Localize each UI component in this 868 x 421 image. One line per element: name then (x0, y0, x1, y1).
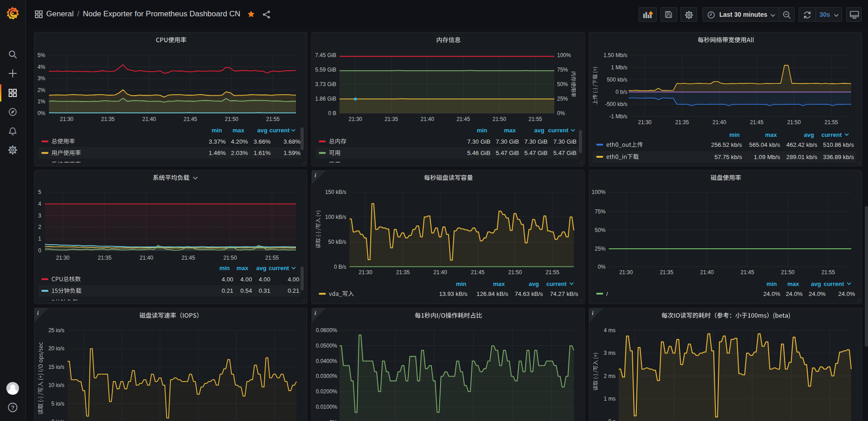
svg-text:max: max (787, 281, 800, 287)
svg-text:current: current (824, 281, 844, 287)
svg-text:21:30: 21:30 (349, 116, 362, 122)
svg-text:21:35: 21:35 (98, 255, 112, 261)
svg-text:2%: 2% (38, 87, 46, 93)
svg-text:0%: 0% (598, 264, 606, 270)
svg-text:0.0600%: 0.0600% (316, 327, 338, 334)
svg-text:21:55: 21:55 (266, 116, 280, 122)
svg-text:21:40: 21:40 (700, 269, 714, 276)
svg-text:256.52 kb/s: 256.52 kb/s (711, 141, 742, 148)
svg-text:5.47 GiB: 5.47 GiB (553, 150, 577, 156)
svg-text:21:45: 21:45 (471, 269, 485, 276)
svg-text:avg: avg (529, 281, 539, 287)
svg-text:21:35: 21:35 (659, 269, 673, 276)
svg-text:4 ms: 4 ms (604, 327, 616, 334)
svg-text:3.37%: 3.37% (209, 138, 226, 145)
svg-text:4.20%: 4.20% (231, 138, 248, 145)
svg-text:0%: 0% (330, 419, 338, 421)
svg-text:25 io/s: 25 io/s (48, 327, 64, 334)
svg-text:2.03%: 2.03% (231, 150, 248, 156)
svg-text:21:40: 21:40 (421, 116, 434, 122)
svg-text:1.50 Mb/s: 1.50 Mb/s (603, 52, 627, 58)
svg-text:21:30: 21:30 (60, 116, 73, 122)
svg-text:126.84 kB/s: 126.84 kB/s (476, 290, 508, 297)
svg-text:4.00: 4.00 (240, 276, 252, 283)
svg-text:max: max (765, 131, 777, 138)
svg-text:1%: 1% (38, 98, 46, 105)
svg-text:max: max (493, 281, 505, 287)
svg-text:100%: 100% (557, 52, 571, 58)
svg-text:0.31: 0.31 (259, 287, 271, 294)
svg-text:0.0100%: 0.0100% (316, 404, 338, 410)
svg-text:21:50: 21:50 (508, 269, 522, 276)
svg-text:0.0400%: 0.0400% (316, 358, 338, 364)
svg-text:min: min (477, 127, 487, 134)
svg-text:current: current (548, 127, 568, 134)
svg-text:1.09 Mb/s: 1.09 Mb/s (754, 154, 780, 160)
svg-text:5.47 GiB: 5.47 GiB (524, 150, 548, 156)
svg-text:24.0%: 24.0% (763, 290, 781, 297)
svg-text:1.61%: 1.61% (254, 150, 271, 156)
svg-text:current: current (821, 131, 842, 138)
svg-text:4%: 4% (38, 64, 46, 70)
svg-text:21:45: 21:45 (181, 255, 195, 261)
svg-text:21:55: 21:55 (529, 116, 542, 122)
svg-text:15 io/s: 15 io/s (48, 364, 64, 370)
svg-text:5.46 GiB: 5.46 GiB (467, 150, 491, 156)
svg-text:75%: 75% (595, 208, 606, 215)
svg-text:21:55: 21:55 (824, 119, 838, 126)
svg-text:21:35: 21:35 (675, 119, 689, 126)
svg-text:4.00: 4.00 (259, 276, 271, 283)
svg-text:24.0%: 24.0% (786, 290, 803, 297)
svg-text:150 kB/s: 150 kB/s (325, 189, 346, 195)
svg-text:74.27 kB/s: 74.27 kB/s (550, 290, 578, 297)
svg-text:2 ms: 2 ms (604, 373, 616, 379)
svg-text:74.63 kB/s: 74.63 kB/s (514, 290, 543, 297)
svg-text:75%: 75% (557, 67, 568, 73)
svg-text:0.21: 0.21 (288, 287, 300, 294)
svg-text:21:50: 21:50 (223, 255, 237, 261)
svg-text:7.30 GiB: 7.30 GiB (496, 138, 519, 145)
svg-text:5: 5 (38, 189, 41, 195)
svg-text:0 B: 0 B (328, 110, 336, 116)
svg-text:7.45 GiB: 7.45 GiB (315, 52, 336, 58)
svg-text:500 kb/s: 500 kb/s (607, 77, 627, 83)
svg-text:0 io/s: 0 io/s (51, 419, 64, 421)
svg-text:0 b/s: 0 b/s (616, 89, 627, 95)
svg-text:avg: avg (256, 265, 266, 271)
svg-text:21:40: 21:40 (142, 116, 156, 122)
svg-text:4.00: 4.00 (222, 276, 233, 283)
svg-text:21:50: 21:50 (493, 116, 506, 122)
svg-text:4.00: 4.00 (288, 276, 300, 283)
svg-text:100 kB/s: 100 kB/s (325, 214, 346, 220)
svg-text:avg: avg (811, 281, 821, 287)
svg-text:3.68%: 3.68% (284, 138, 301, 145)
svg-text:current: current (546, 281, 567, 287)
svg-text:5 io/s: 5 io/s (51, 401, 64, 407)
svg-text:21:45: 21:45 (750, 119, 763, 126)
svg-text:21:45: 21:45 (456, 116, 470, 122)
svg-text:289.01 kb/s: 289.01 kb/s (786, 154, 818, 160)
svg-text:2: 2 (38, 224, 41, 230)
svg-text:21:55: 21:55 (821, 269, 835, 276)
svg-text:3%: 3% (38, 75, 46, 82)
svg-text:avg: avg (257, 127, 267, 134)
svg-text:7.30 GiB: 7.30 GiB (524, 138, 548, 145)
svg-text:21:40: 21:40 (713, 119, 726, 126)
svg-text:21:35: 21:35 (384, 116, 398, 122)
svg-text:0.0200%: 0.0200% (316, 388, 338, 395)
svg-text:3.73 GiB: 3.73 GiB (315, 81, 336, 87)
svg-text:21:35: 21:35 (101, 116, 115, 122)
svg-text:1.59%: 1.59% (284, 150, 301, 156)
svg-text:/: / (606, 290, 608, 297)
svg-text:21:50: 21:50 (225, 116, 238, 122)
svg-text:3: 3 (38, 213, 41, 219)
svg-text:min: min (729, 131, 740, 138)
svg-text:0.54: 0.54 (240, 287, 252, 294)
svg-text:0 s: 0 s (608, 418, 616, 421)
svg-text:1.46%: 1.46% (209, 150, 226, 156)
svg-text:21:55: 21:55 (546, 269, 559, 276)
svg-text:avg: avg (534, 127, 544, 134)
svg-text:min: min (219, 265, 230, 271)
svg-text:0.0500%: 0.0500% (316, 343, 338, 349)
svg-text:462.42 kb/s: 462.42 kb/s (786, 141, 818, 148)
